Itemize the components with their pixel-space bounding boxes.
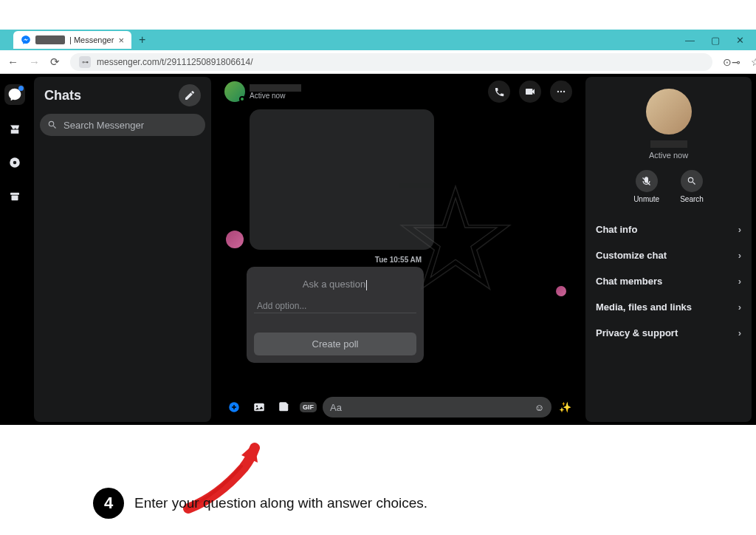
sidebar-title: Chats bbox=[44, 88, 81, 103]
contact-name-redacted bbox=[250, 84, 301, 92]
info-name-redacted bbox=[650, 140, 687, 148]
rail-archive-button[interactable] bbox=[4, 186, 25, 207]
attach-image-button[interactable] bbox=[250, 398, 269, 417]
info-row-media[interactable]: Media, files and links› bbox=[594, 294, 743, 320]
chevron-right-icon: › bbox=[738, 327, 741, 338]
rail-requests-button[interactable] bbox=[4, 152, 25, 173]
password-key-icon[interactable]: ⊙⊸ bbox=[723, 56, 740, 68]
svg-rect-3 bbox=[10, 193, 19, 195]
message-input[interactable]: Aa ☺ bbox=[323, 397, 551, 418]
unmute-button[interactable] bbox=[636, 170, 658, 192]
unmute-label: Unmute bbox=[633, 195, 659, 203]
conversation-pane: Active now Tue 10:55 AM Ask a question bbox=[216, 77, 581, 422]
back-icon[interactable]: ← bbox=[7, 55, 18, 68]
url-text: messenger.com/t/29111250891806614/ bbox=[97, 57, 253, 67]
bookmark-star-icon[interactable]: ☆ bbox=[751, 56, 756, 68]
step-instruction-text: Enter your question along with answer ch… bbox=[134, 495, 427, 511]
poll-option-input[interactable]: Add option... bbox=[254, 299, 416, 313]
search-label: Search bbox=[680, 195, 704, 203]
active-status: Active now bbox=[250, 92, 301, 100]
search-icon bbox=[47, 120, 58, 130]
compose-button[interactable] bbox=[179, 84, 201, 106]
info-row-chat-info[interactable]: Chat info› bbox=[594, 217, 743, 242]
message-placeholder: Aa bbox=[330, 402, 342, 413]
tutorial-annotation: 4 Enter your question along with answer … bbox=[0, 440, 756, 528]
messenger-favicon-icon bbox=[21, 35, 31, 45]
nav-rail bbox=[0, 77, 30, 422]
step-number-badge: 4 bbox=[93, 488, 124, 519]
poll-composer: Ask a question Add option... Create poll bbox=[247, 267, 424, 363]
svg-point-5 bbox=[557, 91, 559, 92]
search-placeholder: Search Messenger bbox=[63, 120, 144, 131]
site-settings-icon[interactable]: ⊶ bbox=[79, 56, 91, 68]
svg-point-7 bbox=[563, 91, 565, 92]
search-input[interactable]: Search Messenger bbox=[40, 114, 205, 136]
new-tab-button[interactable]: + bbox=[139, 33, 145, 47]
tab-close-icon[interactable]: × bbox=[118, 35, 124, 46]
quick-reaction-button[interactable]: ✨ bbox=[557, 400, 572, 415]
browser-address-bar: ← → ⟳ ⊶ messenger.com/t/2911125089180661… bbox=[0, 50, 756, 74]
poll-question-input[interactable]: Ask a question bbox=[254, 274, 416, 295]
more-actions-button[interactable] bbox=[224, 398, 244, 417]
svg-point-2 bbox=[13, 161, 17, 165]
reload-icon[interactable]: ⟳ bbox=[50, 55, 60, 69]
browser-tab[interactable]: | Messenger × bbox=[13, 31, 131, 49]
window-maximize-icon[interactable]: ▢ bbox=[711, 35, 720, 46]
info-row-customize[interactable]: Customize chat› bbox=[594, 242, 743, 268]
chevron-right-icon: › bbox=[738, 276, 741, 287]
notification-dot-icon bbox=[18, 86, 24, 91]
info-avatar[interactable] bbox=[646, 89, 692, 134]
forward-icon[interactable]: → bbox=[29, 55, 40, 68]
tab-redacted-name bbox=[35, 35, 65, 44]
message-avatar[interactable] bbox=[226, 231, 244, 248]
tab-title: | Messenger bbox=[69, 35, 114, 44]
chevron-right-icon: › bbox=[738, 224, 741, 235]
create-poll-button[interactable]: Create poll bbox=[254, 333, 416, 355]
url-input[interactable]: ⊶ messenger.com/t/29111250891806614/ bbox=[70, 53, 712, 71]
svg-rect-4 bbox=[12, 196, 18, 201]
rail-marketplace-button[interactable] bbox=[4, 118, 25, 139]
info-panel: Active now Unmute Search Chat info› Cust… bbox=[585, 77, 752, 422]
message-area[interactable]: Tue 10:55 AM Ask a question Add option..… bbox=[216, 106, 581, 392]
seen-indicator-icon bbox=[556, 286, 566, 296]
header-avatar[interactable] bbox=[224, 81, 245, 102]
info-status: Active now bbox=[594, 151, 743, 160]
svg-point-6 bbox=[560, 91, 562, 92]
svg-point-12 bbox=[256, 405, 258, 406]
conversation-info-button[interactable] bbox=[550, 81, 572, 103]
search-conversation-button[interactable] bbox=[681, 170, 703, 192]
online-dot-icon bbox=[239, 96, 245, 102]
gif-button[interactable]: GIF bbox=[300, 402, 317, 412]
info-row-privacy[interactable]: Privacy & support› bbox=[594, 320, 743, 346]
message-composer: GIF Aa ☺ ✨ bbox=[216, 392, 581, 422]
rail-chats-button[interactable] bbox=[4, 84, 25, 105]
window-close-icon[interactable]: ✕ bbox=[736, 35, 744, 46]
info-row-members[interactable]: Chat members› bbox=[594, 268, 743, 294]
video-call-button[interactable] bbox=[519, 81, 541, 103]
chevron-right-icon: › bbox=[738, 301, 741, 313]
chevron-right-icon: › bbox=[738, 250, 741, 261]
conversation-header: Active now bbox=[216, 77, 581, 106]
browser-tab-bar: | Messenger × + — ▢ ✕ bbox=[0, 30, 756, 50]
emoji-picker-icon[interactable]: ☺ bbox=[535, 402, 544, 413]
chat-sidebar: Chats Search Messenger bbox=[34, 77, 211, 422]
sticker-button[interactable] bbox=[275, 398, 294, 417]
call-button[interactable] bbox=[488, 81, 510, 103]
window-minimize-icon[interactable]: — bbox=[685, 35, 695, 46]
